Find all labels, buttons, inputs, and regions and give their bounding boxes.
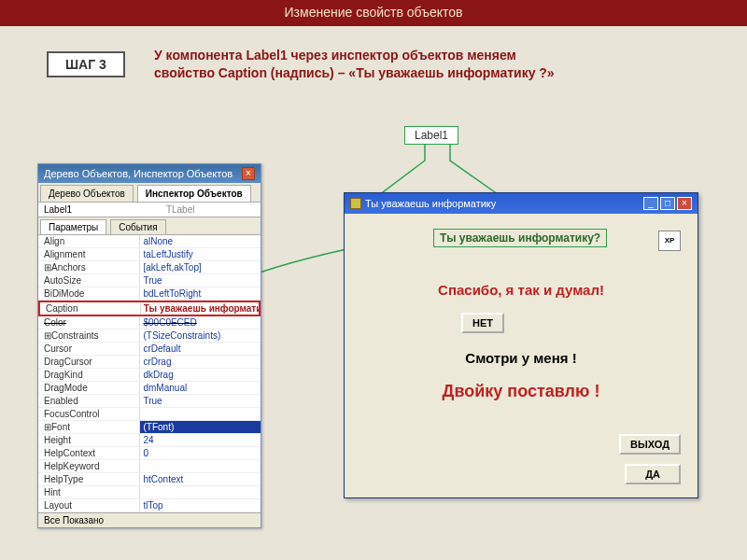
property-row[interactable]: AlignalNone — [38, 235, 261, 248]
exit-button[interactable]: ВЫХОД — [619, 434, 681, 455]
property-row[interactable]: HelpTypehtContext — [38, 473, 261, 486]
property-value[interactable]: dkDrag — [140, 369, 261, 381]
maximize-icon[interactable]: □ — [660, 197, 675, 210]
inspector-mid-tabs: Параметры События — [38, 217, 261, 235]
property-value[interactable]: dmManual — [140, 382, 261, 394]
property-name: HelpContext — [38, 447, 140, 459]
label1-component[interactable]: Ты уважаешь информатику? — [433, 229, 607, 247]
property-value[interactable]: $00C0ECED — [140, 316, 261, 329]
property-row[interactable]: HelpContext0 — [38, 447, 261, 460]
inspector-titlebar[interactable]: Дерево Объектов, Инспектор Объектов × — [38, 164, 261, 183]
property-name: BiDiMode — [38, 287, 140, 300]
no-button[interactable]: НЕТ — [461, 313, 504, 333]
property-grid[interactable]: AlignalNoneAlignmenttaLeftJustify⊞Anchor… — [38, 235, 261, 512]
form-title-text: Ты уважаешь информатику — [365, 198, 496, 209]
property-value[interactable]: crDefault — [140, 343, 261, 355]
xp-icon[interactable]: XP — [658, 231, 681, 251]
step-badge: ШАГ 3 — [47, 51, 125, 77]
property-value[interactable]: htContext — [140, 473, 261, 485]
form-icon — [350, 198, 361, 209]
property-name: Align — [38, 235, 140, 247]
property-row[interactable]: DragModedmManual — [38, 382, 261, 395]
property-value[interactable]: 0 — [140, 447, 261, 459]
property-name: ⊞Anchors — [38, 261, 140, 273]
property-value[interactable]: True — [140, 395, 261, 407]
component-name: Label1 — [38, 203, 161, 217]
tab-object-tree[interactable]: Дерево Объектов — [40, 185, 134, 202]
property-row[interactable]: CursorcrDefault — [38, 343, 261, 356]
property-name: ⊞Font — [38, 421, 140, 433]
property-row[interactable]: ⊞Font(TFont) — [38, 421, 261, 434]
property-name: Height — [38, 434, 140, 446]
callout-label: Label1 — [415, 129, 448, 142]
property-value[interactable]: 24 — [140, 434, 261, 446]
property-row[interactable]: CaptionТы уважаешь информатику? — [38, 301, 261, 316]
property-value[interactable]: crDrag — [140, 356, 261, 368]
tab-properties[interactable]: Параметры — [40, 219, 106, 234]
grade-label[interactable]: Двойку поставлю ! — [345, 382, 698, 401]
yes-button[interactable]: ДА — [625, 464, 681, 484]
object-inspector-panel: Дерево Объектов, Инспектор Объектов × Де… — [37, 163, 261, 528]
property-row[interactable]: EnabledTrue — [38, 395, 261, 408]
page-title: Изменение свойств объектов — [285, 5, 463, 20]
property-name: Hint — [38, 486, 140, 498]
tab-events[interactable]: События — [110, 219, 165, 234]
property-name: Color — [38, 316, 140, 329]
minimize-icon[interactable]: _ — [643, 197, 658, 210]
property-value[interactable] — [140, 486, 261, 498]
property-row[interactable]: DragCursorcrDrag — [38, 356, 261, 369]
property-name: Layout — [38, 499, 140, 511]
property-row[interactable]: HelpKeyword — [38, 460, 261, 473]
property-value[interactable] — [140, 408, 261, 420]
close-icon[interactable]: × — [677, 197, 692, 210]
property-row[interactable]: AutoSizeTrue — [38, 274, 261, 287]
property-value[interactable]: taLeftJustify — [140, 248, 261, 260]
property-row[interactable]: Color$00C0ECED — [38, 316, 261, 329]
property-value[interactable]: Ты уважаешь информатику? — [141, 302, 259, 315]
property-row[interactable]: Height24 — [38, 434, 261, 447]
component-selector[interactable]: Label1 TLabel — [38, 203, 261, 217]
thanks-label[interactable]: Спасибо, я так и думал! — [345, 282, 698, 298]
watch-label[interactable]: Смотри у меня ! — [345, 350, 698, 366]
property-value[interactable]: [akLeft,akTop] — [140, 261, 261, 273]
property-value[interactable]: (TFont) — [140, 421, 261, 433]
property-name: Alignment — [38, 248, 140, 260]
property-row[interactable]: DragKinddkDrag — [38, 369, 261, 382]
property-name: DragCursor — [38, 356, 140, 368]
instruction-text: У компонента Label1 через инспектор объе… — [154, 47, 574, 82]
component-type: TLabel — [161, 203, 201, 217]
inspector-title: Дерево Объектов, Инспектор Объектов — [44, 168, 233, 179]
tab-inspector[interactable]: Инспектор Объектов — [137, 185, 251, 202]
label1-callout: Label1 — [404, 126, 458, 145]
xp-text: XP — [665, 236, 675, 245]
form-titlebar[interactable]: Ты уважаешь информатику _ □ × — [345, 193, 698, 214]
property-value[interactable]: alNone — [140, 235, 261, 247]
property-value[interactable]: bdLeftToRight — [140, 287, 261, 300]
property-name: ⊞Constraints — [38, 329, 140, 342]
property-name: Caption — [40, 302, 141, 315]
inspector-footer: Все Показано — [38, 512, 261, 527]
property-value[interactable]: tlTop — [140, 499, 261, 511]
property-row[interactable]: ⊞Constraints(TSizeConstraints) — [38, 329, 261, 343]
property-name: HelpType — [38, 473, 140, 485]
step-label: ШАГ 3 — [65, 57, 106, 72]
property-name: HelpKeyword — [38, 460, 140, 472]
property-name: Cursor — [38, 343, 140, 355]
property-row[interactable]: BiDiModebdLeftToRight — [38, 287, 261, 301]
property-name: DragMode — [38, 382, 140, 394]
page-header: Изменение свойств объектов — [0, 0, 747, 26]
property-row[interactable]: ⊞Anchors[akLeft,akTop] — [38, 261, 261, 274]
property-value[interactable]: True — [140, 274, 261, 287]
close-icon[interactable]: × — [242, 167, 255, 180]
property-row[interactable]: AlignmenttaLeftJustify — [38, 248, 261, 261]
property-name: Enabled — [38, 395, 140, 407]
label1-text: Ты уважаешь информатику? — [440, 231, 600, 245]
property-value[interactable] — [140, 460, 261, 472]
property-name: FocusControl — [38, 408, 140, 420]
property-value[interactable]: (TSizeConstraints) — [140, 329, 261, 342]
property-name: DragKind — [38, 369, 140, 381]
property-row[interactable]: LayouttlTop — [38, 499, 261, 512]
property-row[interactable]: Hint — [38, 486, 261, 499]
inspector-top-tabs: Дерево Объектов Инспектор Объектов — [38, 183, 261, 203]
property-row[interactable]: FocusControl — [38, 408, 261, 421]
